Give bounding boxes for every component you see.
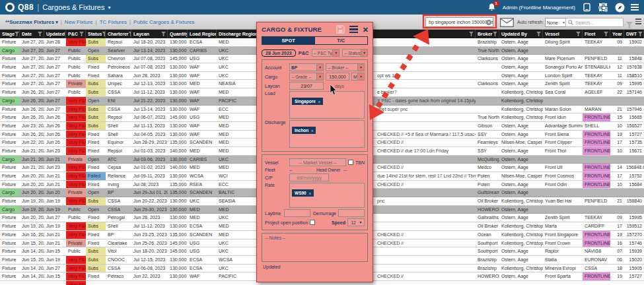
cell-dwt: 157638 — [624, 63, 644, 71]
mail-icon[interactable] — [500, 18, 514, 30]
cell-stage: Fixture — [0, 272, 20, 280]
filter-icon[interactable] — [469, 32, 474, 36]
vessel-input[interactable]: -- Market Vessel -- — [289, 158, 346, 166]
remove-tag-icon[interactable]: x — [309, 191, 311, 195]
notifications-bell-icon[interactable]: 1 — [487, 3, 497, 12]
main-menu-icon[interactable] — [631, 4, 639, 11]
laycan-input[interactable]: 23/07 — [289, 82, 324, 90]
notes-box[interactable]: -- Notes -- — [262, 233, 368, 262]
cell-updated: Jun 21 — [44, 172, 66, 180]
column-header-laycan[interactable]: Laycan — [131, 30, 168, 38]
filter-icon[interactable] — [161, 32, 166, 36]
app-title-chevron-down-icon[interactable]: ▾ — [108, 5, 110, 11]
cell-fleet: PENFIELD — [583, 197, 610, 205]
discharge-port-tag[interactable]: Inchonx — [292, 127, 316, 134]
column-header-dwt[interactable]: DWT — [624, 30, 644, 38]
cell-pnc: Public — [66, 72, 86, 80]
column-header-qty[interactable]: Quantity — [168, 30, 188, 38]
account-select[interactable]: BP▼ — [289, 63, 324, 71]
filter-icon[interactable] — [493, 32, 497, 36]
filter-icon[interactable] — [604, 32, 608, 36]
filter-icon[interactable] — [15, 32, 19, 36]
cell-status: Subs — [86, 88, 106, 96]
column-header-fleet[interactable]: Fleet — [583, 30, 610, 38]
grade-select[interactable]: -- Grade --▼ — [289, 73, 324, 80]
user-account-label[interactable]: Admin (Frontline Management) — [503, 5, 575, 11]
cp-date-input[interactable]: dd/mm/yyyy — [289, 174, 329, 181]
laycan-days-input[interactable]: days — [335, 84, 344, 88]
load-port-tag[interactable]: Singaporex — [292, 98, 323, 105]
help-compass-icon[interactable] — [614, 3, 625, 13]
status-select[interactable]: -- Status --▼ — [342, 49, 368, 57]
cell-stage: Fixture — [0, 80, 20, 88]
remove-tag-icon[interactable]: x — [318, 100, 320, 104]
laytime-input[interactable] — [284, 209, 310, 217]
discharge-ports-box[interactable]: Inchonx — [289, 120, 365, 148]
load-ports-box[interactable]: Singaporex — [289, 91, 365, 119]
top-navigation-bar: Q88 | Cargoes & Fixtures ▾ 1 Admin (Fron… — [0, 0, 644, 15]
quick-entry-input[interactable]: bp singapore inchon 150000 ws 90 ✕ — [425, 17, 493, 27]
cell-pnc: Very P&C — [66, 272, 86, 280]
column-header-status[interactable]: Status — [86, 30, 106, 38]
filter-icon[interactable] — [638, 32, 643, 36]
column-header-label: Date — [22, 32, 32, 36]
pnc-type-select[interactable]: -- P&C Type --▼ — [312, 49, 340, 57]
filter-icon[interactable] — [536, 32, 541, 36]
broker-select[interactable]: -- Broker --▼ — [326, 63, 365, 71]
link-public-cargoes-fixtures[interactable]: Public Cargoes & Fixtures — [133, 19, 194, 25]
column-header-updated[interactable]: Updated — [44, 30, 66, 38]
filter-icon[interactable] — [79, 32, 84, 36]
cell-stage: Fixture — [0, 172, 20, 180]
demurrage-input[interactable] — [338, 209, 365, 217]
auto-refresh-select[interactable]: None ▼ — [545, 18, 567, 27]
column-header-updated_by[interactable]: Updated By — [499, 30, 543, 38]
cell-charterer: CNOOC — [106, 256, 131, 264]
clear-input-icon[interactable]: ✕ — [486, 20, 491, 25]
modal-menu-icon[interactable] — [349, 26, 358, 34]
save-icon[interactable] — [336, 25, 345, 34]
cell-qty: 130,000 — [168, 206, 188, 214]
rate-box[interactable]: WS90x — [289, 183, 365, 208]
project-open-position-checkbox[interactable] — [310, 220, 315, 225]
rate-tag[interactable]: WS90x — [292, 189, 314, 197]
speed-select[interactable]: 12▾ — [347, 218, 365, 226]
quantity-input[interactable]: 150,000 — [326, 73, 349, 80]
cell-vessel: Front Ull — [543, 164, 583, 172]
cell-load: CARIBS — [188, 47, 217, 55]
column-header-year[interactable]: Year — [610, 30, 624, 38]
cell-fleet — [583, 189, 610, 197]
column-header-stage[interactable]: Stage — [0, 30, 20, 38]
cell-vessel: Yuan Bei Hai — [543, 197, 583, 205]
cell-status: Open — [86, 156, 106, 164]
search-input[interactable]: Search... — [565, 18, 624, 27]
link-tc-fixtures[interactable]: TC Fixtures — [100, 19, 127, 25]
filter-icon[interactable] — [576, 32, 581, 36]
fixture-date-button[interactable]: 28 Jun 2023 — [262, 49, 296, 57]
column-header-broker[interactable]: Broker — [476, 30, 499, 38]
column-header-load[interactable]: Load Region — [188, 30, 217, 38]
cell-broker — [476, 63, 499, 71]
link-new-fixture[interactable]: New Fixture — [65, 19, 93, 25]
remove-tag-icon[interactable]: x — [311, 129, 313, 133]
column-header-pnc[interactable]: P&C — [66, 30, 86, 38]
column-header-date[interactable]: Date — [20, 30, 44, 38]
column-header-vessel[interactable]: Vessel — [543, 30, 583, 38]
tab-spot[interactable]: SPOT — [262, 37, 315, 44]
column-header-charterer[interactable]: Charterer — [106, 30, 131, 38]
filter-icon[interactable] — [38, 32, 42, 36]
cell-qty: 135,000 — [168, 231, 188, 239]
grid-menu-icon[interactable] — [635, 18, 641, 24]
window-panel-icon[interactable] — [581, 3, 592, 13]
tbn-checkbox[interactable] — [348, 160, 353, 165]
cell-updated: Jun 27 — [44, 55, 66, 63]
load-label: Load — [265, 91, 287, 96]
chevron-down-icon: ▾ — [357, 219, 364, 226]
cell-updated_by: Kollenborg, Christopher — [499, 231, 543, 239]
apps-grid-icon[interactable] — [598, 3, 608, 13]
cell-load: ECSA — [188, 38, 217, 46]
close-icon[interactable]: ✕ — [363, 26, 369, 33]
unit-select[interactable]: MT▼ — [351, 73, 365, 80]
saved-view-suezmax-fixtures[interactable]: **Suezmax Fixtures▾ — [5, 19, 58, 25]
tab-tc[interactable]: T/C — [315, 37, 368, 44]
cell-broker: Oil Broker — [476, 222, 499, 230]
